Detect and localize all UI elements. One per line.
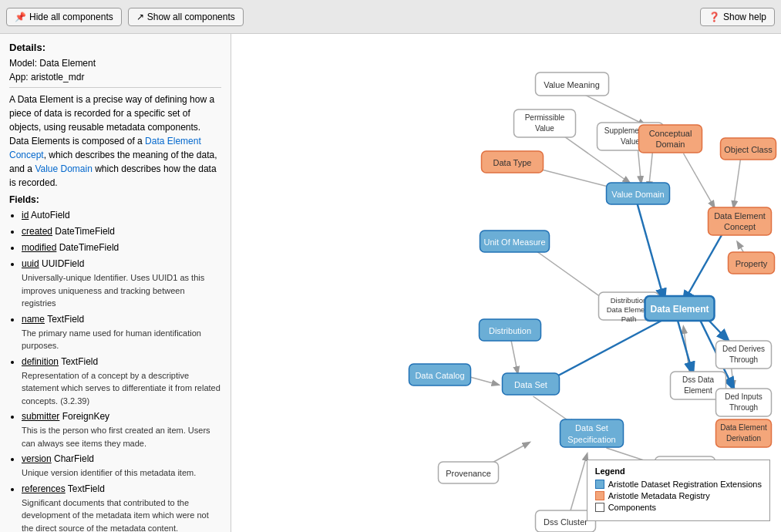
- fields-label: Fields:: [9, 194, 221, 205]
- field-item: id AutoField: [22, 208, 221, 222]
- svg-text:Provenance: Provenance: [446, 469, 491, 478]
- svg-text:Data Element: Data Element: [720, 423, 767, 432]
- svg-line-19: [638, 204, 665, 300]
- legend-title: Legend: [595, 466, 762, 476]
- field-item: uuid UUIDFieldUniversally-unique Identif…: [22, 257, 221, 310]
- details-title: Details:: [9, 42, 221, 53]
- svg-text:Unit Of Measure: Unit Of Measure: [483, 237, 545, 247]
- field-name: references: [22, 483, 66, 494]
- svg-text:Data Catalog: Data Catalog: [415, 371, 464, 380]
- field-name: submitter: [22, 411, 59, 422]
- svg-text:Data Set: Data Set: [575, 423, 608, 433]
- svg-text:Data Element: Data Element: [650, 304, 709, 315]
- svg-text:Through: Through: [729, 403, 758, 412]
- model-info: Model: Data Element: [9, 58, 221, 69]
- expand-icon: ↗: [136, 12, 144, 22]
- svg-text:Value: Value: [621, 137, 640, 146]
- field-name: modified: [22, 242, 56, 253]
- help-icon: ❓: [709, 12, 720, 22]
- divider: [9, 87, 221, 88]
- pin-icon: 📌: [15, 12, 26, 22]
- svg-text:Concept: Concept: [724, 222, 756, 231]
- field-item: submitter ForeignKeyThis is the person w…: [22, 409, 221, 450]
- field-item: name TextFieldThe primary name used for …: [22, 312, 221, 352]
- field-description: The primary name used for human identifi…: [22, 327, 221, 352]
- details-panel: Details: Model: Data Element App: aristo…: [0, 34, 231, 532]
- app-info: App: aristotle_mdr: [9, 72, 221, 82]
- svg-text:Value: Value: [535, 124, 554, 133]
- svg-text:Data Type: Data Type: [493, 158, 532, 167]
- show-help-button[interactable]: ❓ Show help: [700, 8, 775, 26]
- svg-text:Ded Derives: Ded Derives: [722, 345, 765, 353]
- field-item: version CharFieldUnique version identifi…: [22, 452, 221, 480]
- fields-list: id AutoFieldcreated DateTimeFieldmodifie…: [9, 208, 221, 532]
- legend-box-salmon: [595, 491, 604, 500]
- svg-text:Value Meaning: Value Meaning: [544, 80, 600, 89]
- field-name: name: [22, 314, 45, 325]
- field-description: Unique version identifier of this metada…: [22, 466, 221, 480]
- top-bar: 📌 Hide all components ↗ Show all compone…: [0, 0, 781, 34]
- svg-text:Data Element: Data Element: [714, 211, 766, 221]
- field-description: Representation of a concept by a descrip…: [22, 369, 221, 408]
- svg-line-5: [684, 153, 715, 207]
- svg-text:Derivation: Derivation: [726, 434, 761, 443]
- main-area: Details: Model: Data Element App: aristo…: [0, 34, 781, 532]
- legend-item-1: Aristotle Dataset Registration Extension…: [595, 480, 762, 489]
- svg-line-22: [678, 319, 693, 373]
- legend: Legend Aristotle Dataset Registration Ex…: [587, 460, 770, 521]
- svg-text:Data Set: Data Set: [514, 380, 547, 389]
- svg-text:Path: Path: [621, 315, 637, 323]
- svg-text:Through: Through: [729, 355, 758, 364]
- field-description: Universally-unique Identifier. Uses UUID…: [22, 271, 221, 310]
- svg-text:Permissible: Permissible: [525, 113, 565, 122]
- value-domain-link[interactable]: Value Domain: [35, 163, 92, 174]
- svg-text:Element: Element: [684, 386, 712, 395]
- legend-item-2: Aristotle Metadata Registry: [595, 491, 762, 500]
- field-description: Significant documents that contributed t…: [22, 497, 221, 533]
- field-name: created: [22, 226, 52, 237]
- svg-text:Ded Inputs: Ded Inputs: [725, 392, 762, 401]
- field-item: modified DateTimeField: [22, 241, 221, 254]
- svg-text:Property: Property: [736, 259, 768, 268]
- field-item: references TextFieldSignificant document…: [22, 482, 221, 533]
- hide-all-components-button[interactable]: 📌 Hide all components: [6, 8, 122, 26]
- legend-label-3: Components: [608, 503, 656, 512]
- svg-text:Distribution: Distribution: [489, 326, 531, 335]
- svg-text:Distribution: Distribution: [611, 296, 648, 305]
- show-all-components-button[interactable]: ↗ Show all components: [128, 8, 244, 26]
- svg-line-6: [734, 153, 742, 207]
- legend-box-white: [595, 503, 604, 512]
- field-name: uuid: [22, 258, 39, 269]
- svg-text:Value Domain: Value Domain: [611, 190, 664, 199]
- svg-text:Domain: Domain: [656, 140, 685, 149]
- field-item: definition TextFieldRepresentation of a …: [22, 355, 221, 408]
- field-item: created DateTimeField: [22, 224, 221, 238]
- svg-line-20: [684, 234, 722, 302]
- svg-line-21: [541, 319, 665, 385]
- field-name: definition: [22, 356, 59, 367]
- svg-text:Dss Data: Dss Data: [682, 375, 715, 384]
- graph-panel: Value Meaning Permissible Value Suppleme…: [231, 34, 781, 532]
- legend-label-1: Aristotle Dataset Registration Extension…: [608, 480, 762, 489]
- svg-text:Object Class: Object Class: [724, 145, 773, 154]
- svg-text:Specification: Specification: [567, 435, 615, 444]
- legend-box-blue: [595, 480, 604, 489]
- legend-label-2: Aristotle Metadata Registry: [608, 491, 710, 500]
- legend-item-3: Components: [595, 503, 762, 512]
- field-name: version: [22, 453, 52, 464]
- field-name: id: [22, 210, 29, 221]
- description: A Data Element is a precise way of defin…: [9, 93, 221, 190]
- field-description: This is the person who first created an …: [22, 424, 221, 450]
- svg-text:Dss Cluster: Dss Cluster: [544, 517, 587, 527]
- svg-text:Conceptual: Conceptual: [649, 129, 692, 138]
